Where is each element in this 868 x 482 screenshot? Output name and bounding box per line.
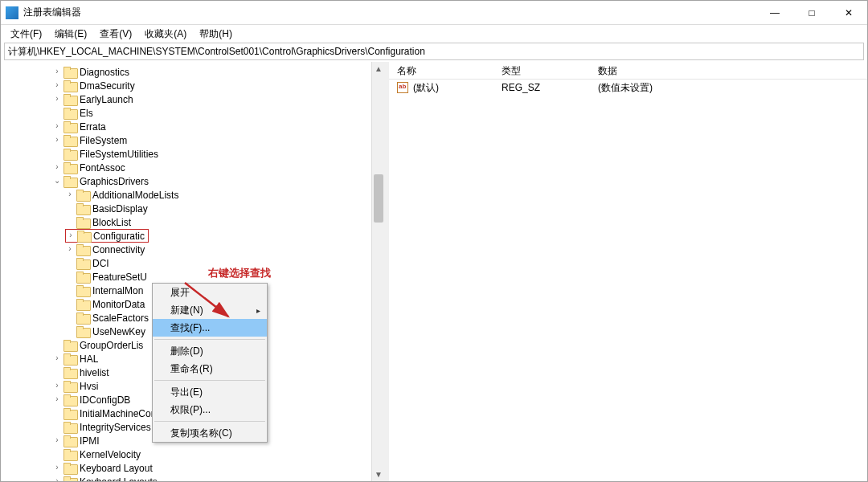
- col-name[interactable]: 名称: [389, 62, 493, 79]
- expander-icon[interactable]: ›: [52, 477, 62, 482]
- tree-item[interactable]: FileSystemUtilities: [1, 147, 371, 161]
- expander-icon[interactable]: ›: [52, 122, 62, 130]
- cm-separator: [154, 380, 265, 381]
- close-button[interactable]: ✕: [830, 1, 867, 25]
- folder-icon: [63, 176, 76, 186]
- folder-icon: [76, 244, 89, 255]
- tree-item-label: BlockList: [92, 217, 131, 228]
- expander-icon[interactable]: ›: [52, 464, 62, 472]
- scroll-down-icon[interactable]: ▼: [372, 468, 385, 481]
- folder-icon: [63, 67, 76, 77]
- list-header: 名称 类型 数据: [389, 62, 867, 80]
- tree-item[interactable]: ⌄GraphicsDrivers: [1, 174, 371, 188]
- value-type: REG_SZ: [502, 82, 540, 93]
- tree-item[interactable]: Els: [1, 106, 371, 120]
- col-data[interactable]: 数据: [590, 62, 867, 79]
- folder-icon: [76, 272, 89, 282]
- menu-help[interactable]: 帮助(H): [193, 26, 239, 43]
- folder-icon: [63, 162, 76, 173]
- expander-icon[interactable]: ›: [52, 136, 62, 144]
- tree-item[interactable]: ›FileSystem: [1, 133, 371, 147]
- folder-icon: [76, 299, 89, 309]
- tree-item[interactable]: ›Connectivity: [1, 243, 371, 256]
- folder-icon: [76, 285, 89, 296]
- tree-item-label: hivelist: [80, 367, 109, 378]
- scroll-up-icon[interactable]: ▲: [372, 62, 385, 76]
- tree-item[interactable]: ›FontAssoc: [1, 161, 371, 174]
- annotation-label: 右键选择查找: [208, 266, 271, 280]
- expander-icon[interactable]: ›: [52, 163, 62, 171]
- menu-favorites[interactable]: 收藏夹(A): [138, 26, 193, 43]
- menu-edit[interactable]: 编辑(E): [48, 26, 93, 43]
- folder-icon: [63, 435, 76, 446]
- tree-item-label: DCI: [92, 258, 109, 269]
- list-row[interactable]: (默认) REG_SZ (数值未设置): [389, 80, 867, 96]
- expander-icon[interactable]: ›: [52, 67, 62, 76]
- scrollbar-thumb[interactable]: [374, 174, 383, 223]
- tree-item-label: DmaSecurity: [80, 80, 135, 92]
- tree-item-label: Diagnostics: [80, 67, 129, 78]
- cm-copy-key-name[interactable]: 复制项名称(C): [153, 424, 267, 442]
- tree-item[interactable]: KernelVelocity: [1, 447, 371, 461]
- reg-sz-icon: [397, 82, 408, 93]
- tree-item[interactable]: ›Keyboard Layout: [1, 461, 371, 475]
- tree-item[interactable]: ›Diagnostics: [1, 65, 371, 79]
- col-type[interactable]: 类型: [493, 62, 590, 79]
- tree-item-label: BasicDisplay: [92, 203, 148, 214]
- tree-item[interactable]: ›Keyboard Layouts: [1, 475, 371, 481]
- folder-icon: [63, 381, 76, 391]
- tree-item[interactable]: ›Configuratic: [1, 229, 371, 243]
- folder-icon: [63, 422, 76, 432]
- folder-icon: [76, 190, 89, 200]
- menu-view[interactable]: 查看(V): [93, 26, 138, 43]
- folder-icon: [76, 258, 89, 268]
- window-title: 注册表编辑器: [23, 6, 81, 19]
- tree-item[interactable]: ›AdditionalModeLists: [1, 188, 371, 202]
- tree-item-label: Hvsi: [80, 381, 98, 392]
- expander-icon[interactable]: ›: [52, 382, 62, 390]
- maximize-button[interactable]: □: [793, 1, 830, 25]
- tree-item[interactable]: ›Errata: [1, 120, 371, 133]
- regedit-icon: [6, 6, 18, 19]
- folder-icon: [63, 367, 76, 378]
- tree-scrollbar[interactable]: ▲ ▼: [371, 62, 385, 481]
- tree-item-label: Configuratic: [93, 231, 145, 242]
- tree-item-label: AdditionalModeLists: [92, 190, 178, 201]
- expander-icon[interactable]: ›: [52, 95, 62, 103]
- cm-separator: [154, 339, 265, 340]
- cm-delete[interactable]: 删除(D): [153, 342, 267, 360]
- expander-icon[interactable]: ›: [52, 81, 62, 89]
- folder-icon: [63, 135, 76, 145]
- tree-item[interactable]: ›EarlyLaunch: [1, 92, 371, 106]
- folder-icon: [63, 353, 76, 364]
- address-bar[interactable]: 计算机\HKEY_LOCAL_MACHINE\SYSTEM\ControlSet…: [4, 43, 864, 60]
- tree-item-label: Els: [80, 108, 93, 119]
- tree-item-label: IPMI: [80, 435, 100, 447]
- expander-icon[interactable]: ›: [65, 190, 75, 198]
- tree-item-label: UseNewKey: [92, 326, 145, 337]
- tree-item-label: GraphicsDrivers: [80, 176, 149, 187]
- cm-rename[interactable]: 重命名(R): [153, 360, 267, 378]
- tree-item-label: FileSystem: [80, 135, 127, 146]
- tree-item[interactable]: BlockList: [1, 215, 371, 229]
- expander-icon[interactable]: ›: [52, 354, 62, 362]
- cm-permissions[interactable]: 权限(P)...: [153, 401, 267, 419]
- tree-item[interactable]: BasicDisplay: [1, 202, 371, 215]
- expander-icon[interactable]: ›: [65, 245, 75, 253]
- expander-icon[interactable]: ›: [52, 395, 62, 403]
- minimize-button[interactable]: —: [756, 1, 793, 25]
- folder-icon: [63, 408, 76, 419]
- expander-icon[interactable]: ›: [52, 436, 62, 444]
- tree-item[interactable]: DCI: [1, 256, 371, 270]
- expander-icon[interactable]: ⌄: [52, 177, 62, 185]
- folder-icon: [63, 108, 76, 118]
- tree-item[interactable]: ›DmaSecurity: [1, 79, 371, 92]
- menu-file[interactable]: 文件(F): [4, 26, 48, 43]
- tree-item-label: Connectivity: [92, 244, 145, 255]
- cm-export[interactable]: 导出(E): [153, 383, 267, 401]
- tree-item-label: EarlyLaunch: [80, 94, 133, 105]
- expander-icon[interactable]: ›: [66, 231, 76, 239]
- tree-item-label: HAL: [80, 353, 98, 365]
- tree-item-label: FontAssoc: [80, 162, 125, 174]
- tree-item-label: IDConfigDB: [80, 394, 130, 406]
